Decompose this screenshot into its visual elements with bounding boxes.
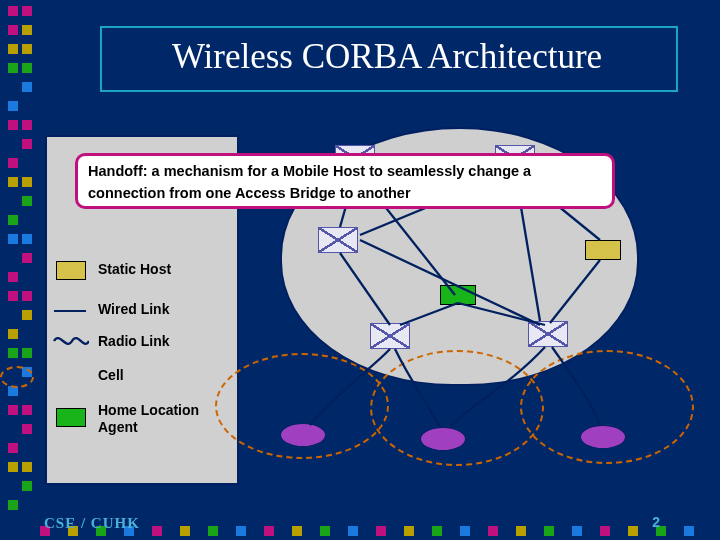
- legend-radio-link-label: Radio Link: [98, 333, 170, 349]
- page-number: 2: [652, 514, 660, 530]
- handoff-callout: Handoff: a mechanism for a Mobile Host t…: [75, 153, 615, 209]
- legend-radio-link-icon: [53, 333, 89, 349]
- mobile-host: [280, 423, 326, 447]
- legend-static-host-icon: [56, 261, 86, 280]
- static-host-node: [585, 240, 621, 260]
- footer-logo: CSE / CUHK: [44, 515, 140, 532]
- legend-cell-icon: [0, 366, 34, 388]
- hla-node: [440, 285, 476, 305]
- mobile-host: [580, 425, 626, 449]
- mobile-host: [420, 427, 466, 451]
- page-title: Wireless CORBA Architecture: [100, 26, 674, 88]
- access-bridge: [370, 323, 410, 349]
- legend-wired-link-label: Wired Link: [98, 301, 169, 317]
- legend-hla-icon: [56, 408, 86, 427]
- legend-cell-label: Cell: [98, 367, 124, 383]
- slide: Wireless CORBA Architecture: [0, 0, 720, 540]
- host-box: [318, 227, 358, 253]
- legend-wired-link-icon: [54, 310, 86, 312]
- legend-hla-label: Home Location Agent: [98, 402, 218, 436]
- cell-oval: [370, 350, 544, 466]
- access-bridge: [528, 321, 568, 347]
- legend-static-host-label: Static Host: [98, 261, 171, 277]
